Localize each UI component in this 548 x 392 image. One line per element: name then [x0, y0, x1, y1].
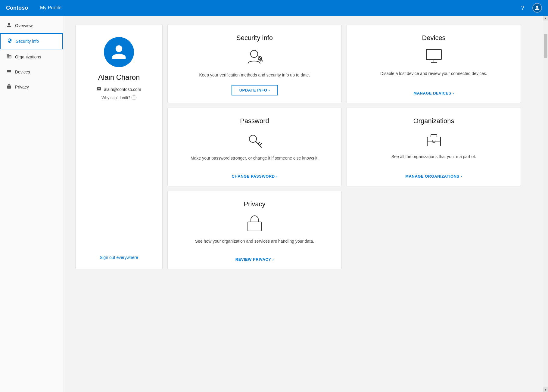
- privacy-icon: [246, 214, 263, 233]
- sidebar-organizations-label: Organizations: [15, 54, 41, 59]
- svg-line-7: [260, 144, 261, 145]
- review-privacy-link[interactable]: REVIEW PRIVACY ›: [235, 257, 274, 262]
- security-info-description: Keep your verification methods and secur…: [199, 72, 310, 79]
- svg-rect-3: [426, 49, 441, 60]
- svg-rect-9: [427, 137, 441, 146]
- devices-title: Devices: [422, 34, 445, 42]
- user-avatar-button[interactable]: [532, 3, 542, 13]
- svg-rect-12: [248, 222, 261, 231]
- header-icons: ?: [518, 3, 542, 13]
- security-info-title: Security info: [236, 34, 273, 42]
- scrollbar: ▲ ▼: [543, 16, 548, 392]
- page-title: My Profile: [40, 5, 61, 11]
- update-info-button[interactable]: UPDATE INFO ›: [232, 85, 278, 95]
- header: Contoso My Profile ?: [0, 0, 548, 16]
- password-icon: [246, 131, 264, 150]
- profile-email-row: alain@contoso.com: [97, 86, 141, 92]
- manage-devices-link[interactable]: MANAGE DEVICES ›: [413, 91, 454, 95]
- edit-hint-text: Why can't I edit?: [101, 95, 130, 100]
- devices-card: Devices Disable a lost device and review…: [347, 25, 521, 103]
- profile-name: Alain Charon: [98, 73, 140, 82]
- profile-card: Alain Charon alain@contoso.com Why can't…: [75, 25, 163, 269]
- password-card: Password Make your password stronger, or…: [167, 108, 342, 186]
- scrollbar-thumb[interactable]: [544, 34, 547, 58]
- profile-avatar: [104, 37, 134, 67]
- privacy-card: Privacy See how your organization and se…: [167, 191, 342, 269]
- change-password-link[interactable]: CHANGE PASSWORD ›: [232, 174, 278, 179]
- building-icon: [6, 54, 12, 60]
- sidebar-item-organizations[interactable]: Organizations: [0, 49, 63, 64]
- content-grid: Alain Charon alain@contoso.com Why can't…: [75, 25, 521, 269]
- svg-line-2: [261, 59, 263, 61]
- organizations-card: Organizations See all the organizations …: [347, 108, 521, 186]
- laptop-icon: [6, 69, 12, 75]
- organizations-icon: [425, 131, 443, 149]
- brand-name: Contoso: [6, 5, 28, 11]
- devices-description: Disable a lost device and review your co…: [380, 70, 487, 85]
- person-icon: [6, 22, 12, 29]
- sidebar-privacy-label: Privacy: [15, 85, 29, 89]
- sidebar-item-overview[interactable]: Overview: [0, 18, 63, 33]
- devices-icon: [425, 48, 443, 66]
- password-description: Make your password stronger, or change i…: [191, 155, 319, 168]
- profile-avatar-icon: [111, 44, 127, 61]
- user-avatar-icon: [534, 5, 540, 11]
- privacy-description: See how your organization and services a…: [195, 238, 314, 251]
- sidebar-item-devices[interactable]: Devices: [0, 64, 63, 79]
- sidebar-overview-label: Overview: [15, 23, 33, 28]
- shield-icon: [7, 38, 13, 45]
- organizations-description: See all the organizations that you're a …: [391, 154, 476, 168]
- sidebar-item-privacy[interactable]: Privacy: [0, 79, 63, 95]
- manage-organizations-link[interactable]: MANAGE ORGANIZATIONS ›: [405, 174, 462, 179]
- security-info-card: Security info Keep your verification met…: [167, 25, 342, 103]
- profile-email: alain@contoso.com: [104, 87, 141, 92]
- sign-out-link[interactable]: Sign out everywhere: [100, 243, 138, 260]
- info-circle-icon: i: [132, 95, 136, 100]
- lock-icon: [6, 84, 12, 90]
- layout: Overview Security info Organizations: [0, 16, 548, 392]
- svg-point-0: [251, 50, 258, 58]
- svg-line-8: [258, 142, 260, 144]
- email-icon: [97, 86, 101, 92]
- profile-edit-hint: Why can't I edit? i: [101, 95, 136, 100]
- security-info-icon: [246, 48, 264, 67]
- sidebar-security-label: Security info: [16, 39, 39, 44]
- help-icon[interactable]: ?: [518, 3, 528, 13]
- scroll-down-arrow[interactable]: ▼: [543, 387, 548, 392]
- scroll-up-arrow[interactable]: ▲: [543, 16, 548, 20]
- organizations-title: Organizations: [413, 117, 454, 125]
- password-title: Password: [240, 117, 269, 125]
- sidebar-devices-label: Devices: [15, 70, 30, 74]
- privacy-title: Privacy: [244, 200, 265, 208]
- sidebar: Overview Security info Organizations: [0, 16, 63, 392]
- sidebar-item-security-info[interactable]: Security info: [0, 33, 63, 49]
- main-content: Alain Charon alain@contoso.com Why can't…: [63, 16, 543, 392]
